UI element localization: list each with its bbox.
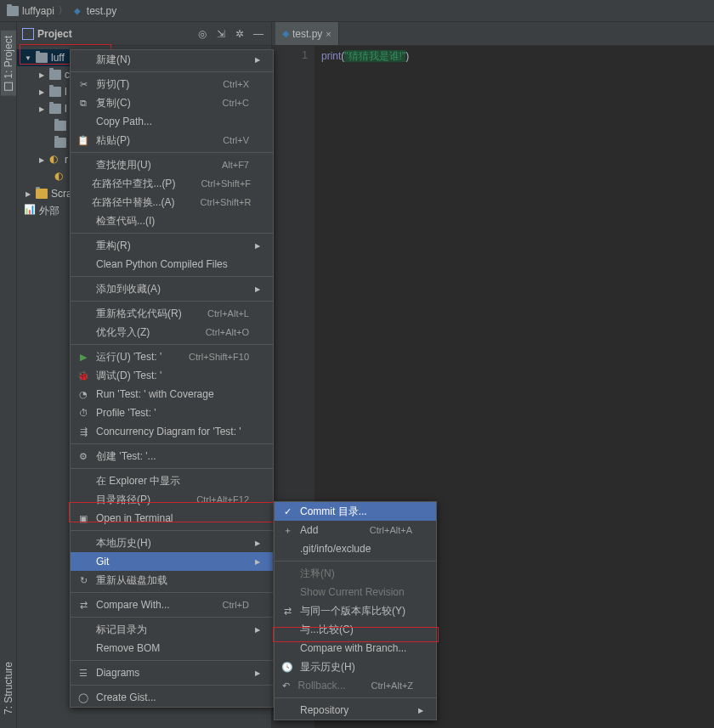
diagram-icon: ☰ xyxy=(76,666,91,680)
menu-git-repository[interactable]: Repository xyxy=(275,701,436,720)
editor-tab-test[interactable]: ◆ test.py × xyxy=(275,22,339,45)
menu-label: 检查代码...(I) xyxy=(96,214,249,229)
menu-git-compare-branch[interactable]: Compare with Branch... xyxy=(275,639,436,657)
menu-shortcut: Ctrl+Alt+O xyxy=(206,327,249,337)
profile-icon: ⏱ xyxy=(76,406,91,420)
project-header: Project ◎ ⇲ ✲ — xyxy=(17,22,271,46)
menu-git-compare-rev[interactable]: 与...比较(C) xyxy=(275,620,436,639)
locate-icon[interactable]: ◎ xyxy=(195,26,210,42)
menu-separator xyxy=(71,685,273,686)
menu-reformat[interactable]: 重新格式化代码(R)Ctrl+Alt+L xyxy=(71,304,273,323)
menu-local-history[interactable]: 本地历史(H) xyxy=(71,533,273,552)
menu-find-in-path[interactable]: 在路径中查找...(P)Ctrl+Shift+F xyxy=(71,174,273,193)
menu-cut[interactable]: ✂剪切(T)Ctrl+X xyxy=(71,75,273,93)
menu-separator xyxy=(275,561,436,562)
folder-icon xyxy=(36,53,48,63)
menu-open-terminal[interactable]: ▣Open in Terminal xyxy=(71,509,273,528)
chevron-right-icon[interactable] xyxy=(37,71,46,79)
submenu-arrow-icon xyxy=(254,56,261,64)
menu-run[interactable]: ▶运行(U) 'Test: 'Ctrl+Shift+F10 xyxy=(71,347,273,366)
tree-label: 外部 xyxy=(39,204,60,218)
menu-git-add[interactable]: ＋AddCtrl+Alt+A xyxy=(275,521,436,539)
code-paren: ) xyxy=(405,50,409,62)
terminal-icon: ▣ xyxy=(76,511,91,525)
debug-icon: 🐞 xyxy=(76,369,91,382)
python-file-icon: ◆ xyxy=(71,5,83,17)
chevron-right-icon[interactable] xyxy=(37,88,46,96)
cut-icon: ✂ xyxy=(76,77,91,91)
menu-dir-path[interactable]: 目录路径(P)Ctrl+Alt+F12 xyxy=(71,490,273,509)
menu-label: 与同一个版本库比较(Y) xyxy=(300,604,412,618)
menu-replace-in-path[interactable]: 在路径中替换...(A)Ctrl+Shift+R xyxy=(71,193,273,212)
menu-create[interactable]: ⚙创建 'Test: '... xyxy=(71,447,273,466)
menu-add-favorites[interactable]: 添加到收藏(A) xyxy=(71,279,273,298)
menu-separator xyxy=(71,233,273,234)
menu-label: Profile 'Test: ' xyxy=(96,407,249,419)
close-icon[interactable]: × xyxy=(326,29,331,39)
menu-git[interactable]: Git xyxy=(71,552,273,571)
menu-clean-pyc[interactable]: Clean Python Compiled Files xyxy=(71,255,273,274)
menu-reload-disk[interactable]: ↻重新从磁盘加载 xyxy=(71,571,273,590)
menu-optimize-imports[interactable]: 优化导入(Z)Ctrl+Alt+O xyxy=(71,323,273,341)
menu-separator xyxy=(275,697,436,698)
menu-inspect[interactable]: 检查代码...(I) xyxy=(71,212,273,230)
project-title[interactable]: Project xyxy=(37,28,191,40)
tree-label: l xyxy=(65,86,67,98)
hide-icon[interactable]: — xyxy=(251,26,266,42)
menu-separator xyxy=(71,71,273,72)
breadcrumb-separator: 〉 xyxy=(58,3,68,18)
menu-copy[interactable]: ⧉复制(C)Ctrl+C xyxy=(71,93,273,112)
menu-label: Remove BOM xyxy=(96,642,249,654)
menu-copy-path[interactable]: Copy Path... xyxy=(71,112,273,131)
menu-git-show-history[interactable]: 🕓显示历史(H) xyxy=(275,657,436,676)
submenu-arrow-icon xyxy=(254,285,261,293)
menu-label: Diagrams xyxy=(96,667,249,679)
coverage-icon: ◔ xyxy=(76,387,91,401)
chevron-right-icon[interactable] xyxy=(24,190,32,198)
menu-debug[interactable]: 🐞调试(D) 'Test: ' xyxy=(71,366,273,385)
menu-shortcut: Ctrl+Alt+A xyxy=(370,525,412,535)
menu-shortcut: Ctrl+X xyxy=(223,79,249,89)
commit-icon: ✓ xyxy=(280,505,295,518)
menu-coverage[interactable]: ◔Run 'Test: ' with Coverage xyxy=(71,385,273,404)
menu-git-compare-same[interactable]: ⇄与同一个版本库比较(Y) xyxy=(275,601,436,620)
menu-refactor[interactable]: 重构(R) xyxy=(71,236,273,255)
chevron-down-icon[interactable] xyxy=(24,54,32,62)
menu-concurrency[interactable]: ⇶Concurrency Diagram for 'Test: ' xyxy=(71,422,273,441)
rail-tab-label: 1: Project xyxy=(3,36,14,79)
menu-create-gist[interactable]: ◯Create Gist... xyxy=(71,688,273,707)
chevron-right-icon[interactable] xyxy=(37,105,46,113)
breadcrumb: luffyapi 〉 ◆ test.py xyxy=(0,0,714,22)
menu-paste[interactable]: 📋粘贴(P)Ctrl+V xyxy=(71,131,273,150)
menu-label: Open in Terminal xyxy=(96,512,249,524)
menu-diagrams[interactable]: ☰Diagrams xyxy=(71,663,273,682)
menu-label: Git xyxy=(96,556,249,567)
breadcrumb-file[interactable]: test.py xyxy=(87,5,116,17)
rail-tab-project[interactable]: 1: Project xyxy=(1,31,16,96)
menu-profile[interactable]: ⏱Profile 'Test: ' xyxy=(71,404,273,422)
menu-find-usages[interactable]: 查找使用(U)Alt+F7 xyxy=(71,155,273,174)
menu-git-exclude[interactable]: .git/info/exclude xyxy=(275,539,436,558)
python-file-icon: ◆ xyxy=(282,28,289,39)
menu-label: Clean Python Compiled Files xyxy=(96,258,249,270)
menu-compare-with[interactable]: ⇄Compare With...Ctrl+D xyxy=(71,595,273,614)
menu-git-commit[interactable]: ✓Commit 目录... xyxy=(275,502,436,521)
rail-tab-structure[interactable]: 7: Structure xyxy=(1,657,16,720)
menu-new[interactable]: 新建(N) xyxy=(71,50,273,69)
menu-mark-dir[interactable]: 标记目录为 xyxy=(71,620,273,639)
reload-icon: ↻ xyxy=(76,573,91,587)
menu-label: 注释(N) xyxy=(300,567,412,581)
chevron-right-icon[interactable] xyxy=(37,156,46,164)
menu-git-show-rev: Show Current Revision xyxy=(275,583,436,601)
menu-remove-bom[interactable]: Remove BOM xyxy=(71,639,273,657)
tree-label: r xyxy=(65,154,68,166)
folder-icon xyxy=(49,87,61,97)
gear-icon[interactable]: ✲ xyxy=(232,26,247,42)
menu-separator xyxy=(71,276,273,277)
expand-icon[interactable]: ⇲ xyxy=(213,26,229,42)
menu-show-explorer[interactable]: 在 Explorer 中显示 xyxy=(71,471,273,490)
menu-label: 标记目录为 xyxy=(96,623,249,637)
folder-icon xyxy=(49,104,61,114)
menu-label: 重构(R) xyxy=(96,239,249,253)
breadcrumb-root[interactable]: luffyapi xyxy=(22,5,54,17)
